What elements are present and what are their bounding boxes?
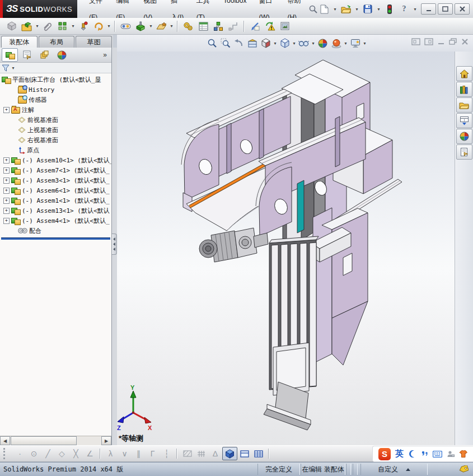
tab-layout[interactable]: 布局 — [39, 36, 75, 48]
new-motion-study-icon[interactable] — [181, 19, 195, 34]
ime-fullhalf-moon-icon[interactable] — [408, 450, 416, 458]
ime-keyboard-icon[interactable] — [433, 451, 442, 458]
doc-restore-icon[interactable] — [449, 38, 457, 45]
expand-box-icon[interactable]: + — [3, 218, 10, 224]
doc-window-icon[interactable] — [411, 38, 420, 45]
help-icon[interactable]: ? — [398, 3, 410, 15]
rollback-bar[interactable] — [1, 237, 110, 240]
previous-view-icon[interactable] — [232, 36, 245, 50]
preview-window-icon[interactable] — [278, 19, 292, 34]
component-pattern-icon[interactable] — [55, 19, 70, 34]
table-view-icon[interactable] — [251, 447, 265, 460]
scrollbar-thumb[interactable] — [11, 436, 77, 445]
exploded-view-icon[interactable] — [211, 19, 226, 34]
insert-component-icon[interactable] — [4, 19, 19, 34]
search-icon[interactable] — [309, 5, 318, 13]
new-dropdown-icon[interactable]: ▾ — [332, 7, 338, 12]
hatch-snap-icon[interactable] — [180, 447, 194, 460]
splitter-collapse-handle[interactable] — [112, 234, 117, 255]
tree-item-front-plane[interactable]: 前视基准面 — [0, 115, 111, 125]
displaymanager-icon[interactable] — [54, 48, 70, 62]
tangent-snap-icon[interactable]: λ — [104, 447, 118, 460]
component-pattern-dropdown-icon[interactable]: ▾ — [71, 24, 76, 29]
sogou-logo-icon[interactable]: S — [378, 448, 391, 460]
tree-item-annotations[interactable]: + 注解 — [0, 105, 111, 115]
tree-item-assem1[interactable]: + (-) Assem1<1> (默认<默认_ — [0, 195, 111, 206]
toolbar-grip[interactable] — [3, 448, 8, 459]
ime-skin-icon[interactable] — [459, 450, 467, 458]
hide-show-items-icon[interactable] — [297, 36, 310, 50]
solidworks-resources-icon[interactable] — [456, 66, 472, 81]
view-palette-icon[interactable] — [456, 113, 472, 128]
status-tag-icon[interactable] — [459, 465, 469, 473]
split-view-icon[interactable] — [237, 447, 251, 460]
instant3d-icon[interactable] — [247, 19, 262, 34]
intersection-snap-icon[interactable]: ╳ — [69, 447, 83, 460]
view-orientation-dropdown-icon[interactable]: ▾ — [273, 41, 278, 46]
status-custom-dropdown[interactable]: 自定义 — [360, 464, 428, 475]
angle-dim-snap-icon[interactable]: ∆ — [208, 447, 222, 460]
shaded-view-icon[interactable] — [222, 447, 237, 460]
midpoint-snap-icon[interactable]: ∨ — [118, 447, 132, 460]
tree-item-origin[interactable]: 原点 — [0, 145, 111, 155]
angle-snap-icon[interactable]: ∠ — [83, 447, 97, 460]
tree-item-mates[interactable]: 配合 — [0, 226, 111, 236]
save-icon[interactable] — [362, 3, 374, 15]
insert-components-dropdown-icon[interactable]: ▾ — [35, 24, 40, 29]
design-library-icon[interactable] — [456, 82, 472, 97]
view-orientation-icon[interactable] — [259, 36, 272, 50]
open-icon[interactable] — [340, 3, 352, 15]
apply-scene-icon[interactable] — [330, 36, 343, 50]
tree-item-top-plane[interactable]: 上视基准面 — [0, 125, 111, 135]
view-settings-dropdown-icon[interactable]: ▾ — [362, 41, 367, 46]
move-component-dropdown-icon[interactable]: ▾ — [106, 24, 111, 29]
doc-window-icon[interactable] — [424, 38, 433, 45]
tree-item-assem7[interactable]: + (-) Assem7<1> (默认<默认_ — [0, 165, 111, 175]
perpendicular-snap-icon[interactable]: Γ — [146, 447, 160, 460]
scroll-right-arrow[interactable]: ▶ — [101, 436, 111, 445]
hide-show-dropdown-icon[interactable]: ▾ — [311, 41, 316, 46]
panel-more-chevron[interactable]: » — [103, 51, 110, 59]
help-dropdown-icon[interactable]: ▾ — [413, 7, 418, 12]
close-button[interactable] — [455, 3, 470, 15]
ime-language-toggle[interactable]: 英 — [395, 449, 404, 459]
reference-geometry-icon[interactable] — [154, 19, 168, 34]
assembly-features-dropdown-icon[interactable]: ▾ — [148, 24, 153, 29]
doc-close-icon[interactable] — [461, 38, 469, 45]
expand-box-icon[interactable]: + — [3, 167, 10, 174]
featuremanager-tree-icon[interactable] — [2, 48, 18, 62]
show-hidden-components-icon[interactable] — [118, 19, 133, 34]
expand-box-icon[interactable]: + — [3, 107, 10, 113]
point-snap-icon[interactable]: · — [13, 447, 27, 460]
bill-of-materials-icon[interactable] — [196, 19, 210, 34]
tree-item-assem4[interactable]: + (-) Assem4<1> (默认<默认_ — [0, 216, 111, 226]
expand-box-icon[interactable]: + — [3, 198, 10, 204]
parallel-snap-icon[interactable]: ∥ — [132, 447, 146, 460]
tree-item-assem6[interactable]: + (-) Assem6<1> (默认<默认_ — [0, 185, 111, 195]
panel-splitter[interactable] — [112, 48, 117, 445]
line-snap-icon[interactable]: ╱ — [41, 447, 55, 460]
assembly-features-icon[interactable] — [133, 19, 148, 34]
explode-line-sketch-icon[interactable] — [226, 19, 241, 34]
insert-components-icon[interactable] — [20, 19, 34, 34]
ortho-snap-icon[interactable]: ┆ — [160, 447, 174, 460]
view-settings-icon[interactable] — [349, 36, 362, 50]
tree-item-assem10[interactable]: + (-) Assem10<1> (默认<默认_ — [0, 155, 111, 165]
display-style-icon[interactable] — [278, 36, 291, 50]
grid-snap-icon[interactable] — [194, 447, 208, 460]
tab-sketch[interactable]: 草图 — [76, 36, 112, 48]
save-dropdown-icon[interactable]: ▾ — [376, 7, 381, 12]
minimize-button[interactable] — [421, 3, 436, 15]
section-view-icon[interactable] — [246, 36, 259, 50]
file-explorer-icon[interactable] — [456, 97, 472, 113]
restore-button[interactable] — [438, 3, 453, 15]
tree-root-assembly[interactable]: 平面刨床工作台 (默认<默认_显 — [0, 74, 111, 85]
ime-punctuation-icon[interactable] — [421, 450, 428, 458]
ime-profile-icon[interactable] — [447, 450, 455, 458]
tree-item-right-plane[interactable]: 右视基准面 — [0, 135, 111, 145]
graphics-area[interactable]: Y X Z *等轴测 — [117, 52, 455, 445]
expand-box-icon[interactable]: + — [3, 157, 10, 164]
smart-fasteners-icon[interactable] — [76, 19, 91, 34]
status-light-icon[interactable] — [383, 3, 396, 15]
custom-properties-icon[interactable] — [456, 144, 472, 160]
